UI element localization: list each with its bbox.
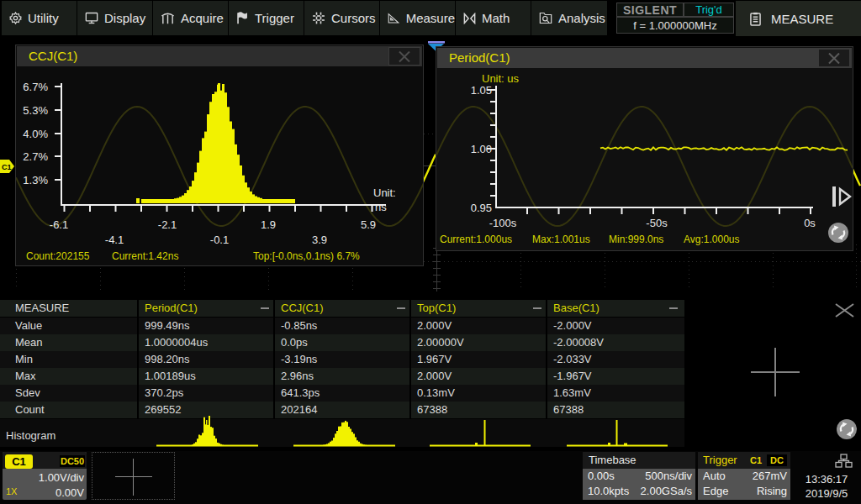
svg-text:6.7%: 6.7%: [23, 81, 48, 93]
svg-text:1.05: 1.05: [471, 84, 492, 97]
svg-text:5.9: 5.9: [361, 218, 376, 231]
svg-text:1.3%: 1.3%: [23, 174, 48, 186]
svg-text:ns: ns: [375, 201, 387, 213]
svg-text:1.00: 1.00: [471, 143, 492, 155]
svg-text:2.7%: 2.7%: [23, 150, 48, 163]
svg-text:-4.1: -4.1: [105, 234, 124, 246]
svg-text:Unit:: Unit:: [373, 186, 396, 199]
svg-text:-6.1: -6.1: [50, 218, 68, 231]
svg-text:Unit: us: Unit: us: [482, 72, 520, 85]
svg-text:C1: C1: [2, 163, 12, 171]
svg-text:-100s: -100s: [489, 217, 517, 229]
svg-text:-2.1: -2.1: [158, 218, 177, 231]
svg-text:-50s: -50s: [646, 217, 668, 229]
svg-text:1.9: 1.9: [261, 218, 276, 231]
svg-text:0s: 0s: [804, 217, 816, 229]
svg-text:5.3%: 5.3%: [23, 104, 48, 117]
svg-text:4.0%: 4.0%: [23, 128, 48, 140]
svg-text:-0.1: -0.1: [210, 234, 229, 246]
svg-text:0.95: 0.95: [471, 202, 492, 214]
svg-text:3.9: 3.9: [312, 234, 327, 246]
